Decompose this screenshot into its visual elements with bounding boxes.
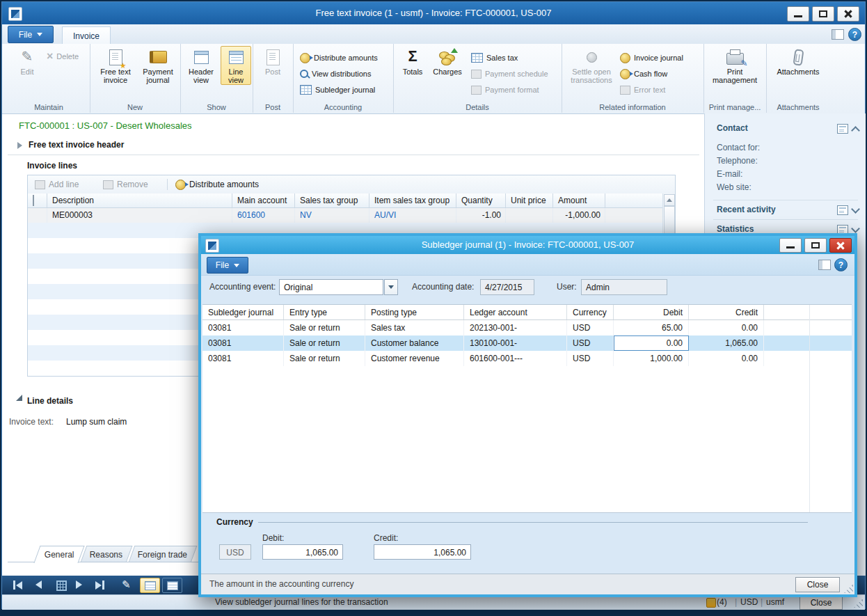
- chevron-down-icon[interactable]: [851, 224, 860, 233]
- col-item-sales-tax-group[interactable]: Item sales tax group: [369, 194, 456, 207]
- notifications-icon[interactable]: [706, 598, 716, 608]
- subledger-row[interactable]: 03081 Sale or return Sales tax 202130-00…: [202, 320, 852, 335]
- col-description[interactable]: Description: [47, 194, 232, 207]
- dialog-titlebar[interactable]: Subledger journal (1) - Invoice: FTC-000…: [201, 236, 854, 254]
- layout-pane-icon[interactable]: [832, 29, 844, 40]
- factbox-menu-icon[interactable]: [837, 205, 848, 215]
- subledger-journal-button[interactable]: Subledger journal: [300, 83, 375, 97]
- factbox-contact-title[interactable]: Contact: [717, 123, 748, 133]
- line-details-title[interactable]: Line details: [27, 396, 73, 406]
- chevron-down-icon[interactable]: [851, 205, 860, 214]
- col-amount[interactable]: Amount: [553, 194, 605, 207]
- select-all-checkbox[interactable]: [33, 195, 34, 206]
- col-posting-type[interactable]: Posting type: [365, 305, 464, 319]
- credit-total-field[interactable]: 1,065.00: [374, 544, 471, 560]
- cell-main-account-link[interactable]: 601600: [232, 208, 295, 223]
- payment-journal-button[interactable]: Payment journal: [138, 47, 177, 84]
- sales-tax-button[interactable]: Sales tax: [471, 51, 518, 65]
- header-view-button[interactable]: Header view: [184, 47, 218, 84]
- col-currency[interactable]: Currency: [567, 305, 614, 319]
- free-text-invoice-button[interactable]: Free text invoice: [95, 47, 136, 84]
- accounting-event-select[interactable]: Original: [279, 279, 383, 295]
- col-unit-price[interactable]: Unit price: [506, 194, 553, 207]
- file-menu-button[interactable]: File: [8, 26, 54, 43]
- edit-record-icon[interactable]: [122, 578, 131, 591]
- scrollbar-thumb[interactable]: [664, 206, 675, 237]
- factbox-menu-icon[interactable]: [837, 124, 848, 134]
- cell-description[interactable]: ME000003: [47, 208, 232, 223]
- grid-view-button[interactable]: [56, 581, 67, 591]
- view-distributions-button[interactable]: View distributions: [300, 67, 371, 81]
- dialog-maximize-button[interactable]: [804, 238, 827, 253]
- distribute-amounts-button[interactable]: Distribute amounts: [300, 51, 378, 65]
- cell-quantity[interactable]: -1.00: [456, 208, 506, 223]
- line-view-button[interactable]: Line view: [221, 46, 251, 85]
- ribbon-group-maintain: Edit Delete Maintain: [8, 44, 90, 113]
- select-all-column[interactable]: [28, 194, 47, 207]
- col-ledger-account[interactable]: Ledger account: [464, 305, 567, 319]
- dialog-close-button[interactable]: [829, 238, 852, 253]
- dialog-resize-grip[interactable]: [844, 584, 853, 593]
- company-indicator[interactable]: usmf: [766, 597, 784, 607]
- invoice-line-row[interactable]: ME000003 601600 NV AU/VI -1.00 -1,000.00: [28, 208, 663, 223]
- invoice-text-value[interactable]: Lump sum claim: [66, 417, 127, 427]
- cell-sales-tax-group-link[interactable]: NV: [295, 208, 369, 223]
- collapse-line-details-arrow-icon[interactable]: [16, 395, 22, 401]
- tab-invoice[interactable]: Invoice: [62, 26, 111, 45]
- email-label: E-mail:: [717, 169, 742, 179]
- form-close-button[interactable]: Close: [800, 596, 843, 610]
- last-record-button[interactable]: [95, 581, 104, 590]
- maximize-button[interactable]: [812, 6, 834, 22]
- dialog-menu-row: File: [201, 254, 854, 276]
- resize-grip[interactable]: [854, 599, 863, 608]
- dialog-file-menu-button[interactable]: File: [207, 257, 248, 274]
- help-icon[interactable]: [834, 258, 848, 271]
- close-button[interactable]: [837, 6, 859, 22]
- totals-button[interactable]: Totals: [397, 47, 428, 76]
- col-main-account[interactable]: Main account: [232, 194, 295, 207]
- main-titlebar[interactable]: Free text invoice (1 - usmf) - Invoice: …: [2, 2, 865, 24]
- col-debit[interactable]: Debit: [614, 305, 689, 319]
- tab-foreign-trade[interactable]: Foreign trade: [129, 546, 198, 562]
- accounting-event-dropdown-icon[interactable]: [384, 279, 398, 295]
- grid-layout-toggle[interactable]: [140, 578, 160, 593]
- dialog-close-action-button[interactable]: Close: [795, 577, 840, 592]
- first-record-button[interactable]: [13, 581, 22, 590]
- remove-line-icon: [103, 180, 113, 189]
- subledger-row[interactable]: 03081 Sale or return Customer revenue 60…: [202, 351, 852, 366]
- col-quantity[interactable]: Quantity: [456, 194, 506, 207]
- currency-indicator[interactable]: USD: [740, 597, 758, 607]
- invoice-journal-button[interactable]: Invoice journal: [620, 51, 683, 65]
- dialog-minimize-button[interactable]: [779, 238, 802, 253]
- tab-general[interactable]: General: [33, 546, 84, 563]
- focused-debit-cell[interactable]: 0.00: [614, 335, 689, 351]
- factbox-statistics-title[interactable]: Statistics: [717, 224, 754, 234]
- next-record-button[interactable]: [76, 581, 82, 589]
- cell-amount[interactable]: -1,000.00: [553, 208, 605, 223]
- cell-item-sales-tax-group-link[interactable]: AU/VI: [369, 208, 456, 223]
- header-section-title[interactable]: Free text invoice header: [29, 140, 124, 150]
- col-entry-type[interactable]: Entry type: [284, 305, 365, 319]
- attachments-button[interactable]: Attachments: [773, 47, 823, 76]
- layout-pane-icon[interactable]: [818, 260, 831, 270]
- details-layout-toggle[interactable]: [162, 578, 182, 593]
- notification-count[interactable]: (4): [717, 597, 727, 607]
- previous-record-button[interactable]: [35, 581, 42, 589]
- minimize-button[interactable]: [787, 6, 809, 22]
- cash-flow-button[interactable]: Cash flow: [620, 67, 667, 81]
- help-icon[interactable]: [848, 28, 861, 41]
- debit-total-field[interactable]: 1,065.00: [262, 544, 343, 560]
- chevron-up-icon[interactable]: [851, 126, 860, 135]
- tab-reasons[interactable]: Reasons: [81, 546, 133, 562]
- expand-header-arrow-icon[interactable]: [17, 142, 22, 149]
- cell-unit-price[interactable]: [506, 208, 553, 223]
- col-credit[interactable]: Credit: [689, 305, 764, 319]
- distribute-amounts-toolbar-button[interactable]: Distribute amounts: [175, 178, 259, 191]
- col-sales-tax-group[interactable]: Sales tax group: [295, 194, 369, 207]
- subledger-row-selected[interactable]: 03081 Sale or return Customer balance 13…: [202, 335, 852, 351]
- factbox-recent-activity-title[interactable]: Recent activity: [717, 205, 776, 214]
- scroll-up-icon[interactable]: [664, 194, 675, 206]
- print-management-button[interactable]: Print management: [710, 47, 759, 84]
- charges-button[interactable]: Charges: [429, 47, 466, 76]
- col-subledger-journal[interactable]: Subledger journal: [202, 305, 284, 319]
